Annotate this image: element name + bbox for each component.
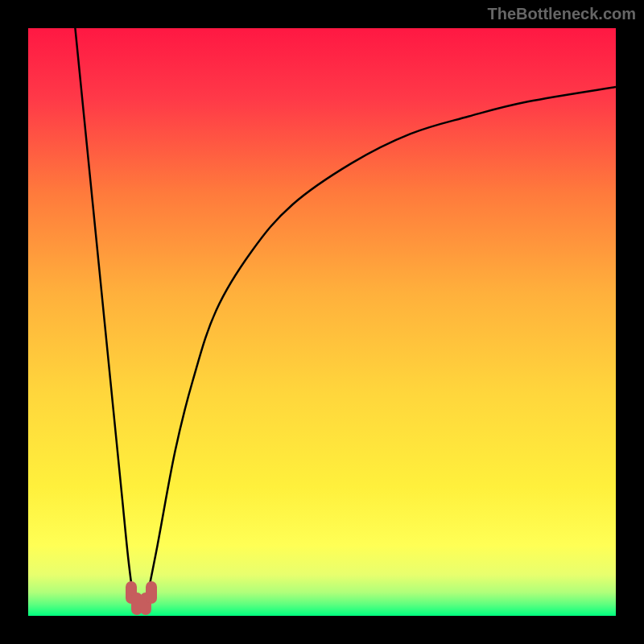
- plot-area: [28, 28, 616, 616]
- chart-container: TheBottleneck.com: [0, 0, 644, 644]
- minimum-marker: [146, 581, 157, 604]
- marker-container: [28, 28, 616, 616]
- watermark-text: TheBottleneck.com: [488, 5, 636, 23]
